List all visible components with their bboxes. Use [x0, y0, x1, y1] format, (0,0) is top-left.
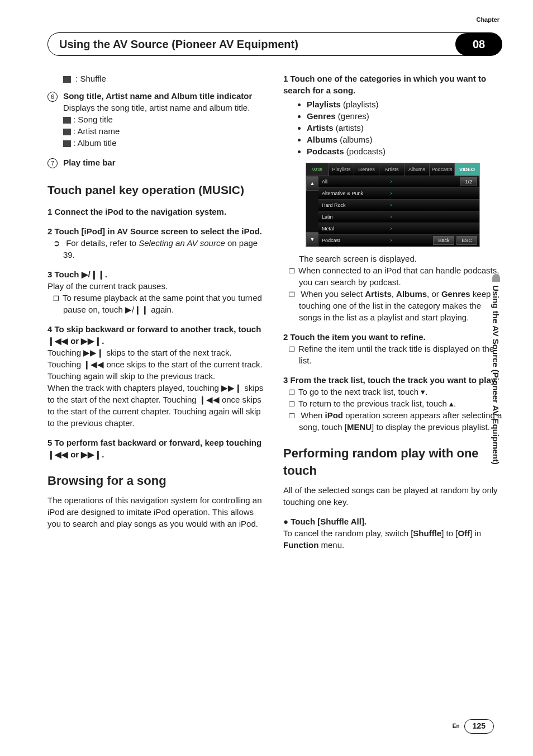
ss-row-podcast[interactable]: Podcast › Back ESC — [318, 235, 479, 247]
rp2g: menu. — [318, 540, 344, 550]
ss-row-metal[interactable]: Metal› — [318, 223, 479, 235]
step-3: 3 Touch ▶/❙❙. — [47, 268, 266, 280]
side-tab-cap — [492, 274, 500, 282]
random-heading: Performing random play with one touch — [283, 445, 502, 480]
item7-title: Play time bar — [63, 158, 115, 167]
item6-desc: Displays the song title, artist name and… — [63, 102, 266, 114]
chapter-badge: 08 — [455, 33, 502, 55]
step-2: 2 Touch [iPod] in AV Source screen to se… — [47, 225, 266, 237]
r1b2e: , or — [427, 289, 441, 299]
item6-title: Song title, Artist name and Album title … — [63, 91, 252, 101]
step3-box: To resume playback at the same point tha… — [63, 292, 266, 315]
left-column: : Shuffle 6 Song title, Artist name and … — [47, 73, 266, 551]
r1-box1: When connected to an iPod that can handl… — [299, 264, 502, 288]
chevron-right-icon: › — [383, 213, 399, 221]
cat2p: (artists) — [334, 123, 364, 133]
ss-scroll-down[interactable]: ▼ — [306, 232, 318, 247]
step4-p2: When the track with chapters played, tou… — [47, 382, 266, 429]
ss-tab-albums[interactable]: Albums — [404, 163, 429, 176]
ss-row-latin[interactable]: Latin› — [318, 211, 479, 223]
album-title-icon — [63, 140, 71, 147]
cat-playlists: Playlists (playlists) — [307, 98, 502, 110]
r-step-1: 1 Touch one of the categories in which y… — [283, 73, 502, 96]
ss-row-hardrock[interactable]: Hard Rock› — [318, 200, 479, 211]
step-1: 1 Connect the iPod to the navigation sys… — [47, 206, 266, 218]
r1-box2: When you select Artists, Albums, or Genr… — [299, 288, 502, 323]
cat-podcasts: Podcasts (podcasts) — [307, 145, 502, 157]
r3-box3: When iPod operation screen appears after… — [299, 409, 502, 433]
r3b3e: ] to display the previous playlist. — [372, 422, 490, 432]
r-step-2: 2 Touch the item you want to refine. — [283, 331, 502, 343]
item-6: 6 Song title, Artist name and Album titl… — [47, 90, 266, 102]
cat1p: (genres) — [336, 111, 369, 121]
r3b3b: iPod — [325, 410, 344, 420]
cat-albums: Albums (albums) — [307, 134, 502, 145]
right-column: 1 Touch one of the categories in which y… — [283, 73, 502, 551]
cat4b: Podcasts — [307, 147, 344, 156]
r1b2c: , — [392, 289, 396, 299]
random-p2: To cancel the random play, switch [Shuff… — [283, 527, 502, 551]
shuffle-line: : Shuffle — [63, 73, 266, 84]
cat0b: Playlists — [307, 100, 341, 109]
ss-tab-genres[interactable]: Genres — [354, 163, 379, 176]
random-p: All of the selected songs can be played … — [283, 484, 502, 508]
r1b2f: Genres — [441, 289, 470, 299]
music-heading: Touch panel key operation (MUSIC) — [47, 182, 266, 198]
chapter-label: Chapter — [476, 16, 499, 24]
browse-p: The operations of this navigation system… — [47, 494, 266, 530]
ss-row5-name: Podcast — [318, 237, 383, 244]
circled-7: 7 — [47, 158, 58, 168]
ss-row3-name: Latin — [318, 214, 383, 221]
step2-detail: For details, refer to Selecting an AV so… — [63, 237, 266, 261]
r3b3d: MENU — [347, 422, 372, 432]
header-bar: Using the AV Source (Pioneer AV Equipmen… — [47, 32, 502, 56]
r3-box1: To go to the next track list, touch ▾. — [299, 386, 502, 398]
s2-detail-a: For details, refer to — [66, 238, 139, 248]
footer: En 125 — [453, 719, 494, 734]
cat0p: (playlists) — [341, 100, 379, 109]
step-4: 4 To skip backward or forward to another… — [47, 323, 266, 347]
ss-scroll-track — [306, 191, 318, 231]
r-step-3: 3 From the track list, touch the track y… — [283, 374, 502, 386]
rp2c: ] to [ — [441, 528, 458, 538]
ss-row-alt[interactable]: Alternative & Punk› — [318, 188, 479, 200]
ss-esc-button[interactable]: ESC — [456, 236, 477, 245]
artist-name-icon — [63, 129, 71, 135]
ss-row2-name: Hard Rock — [318, 202, 383, 209]
item6-a-text: : Song title — [73, 115, 113, 124]
rp2e: ] in — [470, 528, 481, 538]
cat2b: Artists — [307, 123, 334, 133]
ss-tab-artists[interactable]: Artists — [379, 163, 404, 176]
r3b3a: When — [301, 410, 325, 420]
ss-page-indicator: 1/2 — [460, 177, 477, 187]
r1b2b: Artists — [365, 289, 392, 299]
ss-tab-podcasts[interactable]: Podcasts — [429, 163, 454, 176]
ss-row1-name: Alternative & Punk — [318, 190, 383, 197]
cat1b: Genres — [307, 111, 336, 121]
circled-6: 6 — [47, 92, 58, 102]
cat3b: Albums — [307, 135, 337, 144]
page-number: 125 — [464, 719, 494, 734]
ss-video-button[interactable]: VIDEO — [454, 163, 479, 176]
ss-row-all[interactable]: All › 1/2 — [318, 176, 479, 188]
side-tab-label: Using the AV Source (Pioneer AV Equipmen… — [490, 285, 502, 465]
item6-b: : Artist name — [63, 125, 266, 137]
step3-line: Play of the current track pauses. — [47, 280, 266, 292]
ss-row4-name: Metal — [318, 225, 383, 233]
r1b2a: When you select — [301, 289, 365, 299]
shuffle-label: : Shuffle — [75, 74, 106, 83]
r1b2d: Albums — [396, 289, 427, 299]
ss-back-button[interactable]: Back — [433, 236, 454, 245]
cat-genres: Genres (genres) — [307, 110, 502, 122]
chevron-right-icon: › — [383, 201, 399, 209]
r3-box2: To return to the previous track list, to… — [299, 398, 502, 409]
browse-heading: Browsing for a song — [47, 472, 266, 490]
rp2b: Shuffle — [413, 528, 441, 538]
ss-tab-playlists[interactable]: Playlists — [329, 163, 354, 176]
r1-after: The search screen is displayed. — [299, 253, 502, 264]
rp2a: To cancel the random play, switch [ — [283, 528, 413, 538]
r2-box: Refine the item until the track title is… — [299, 343, 502, 366]
shuffle-icon — [63, 76, 71, 83]
ss-scroll-up[interactable]: ▲ — [306, 176, 318, 191]
rp2f: Function — [283, 540, 318, 550]
